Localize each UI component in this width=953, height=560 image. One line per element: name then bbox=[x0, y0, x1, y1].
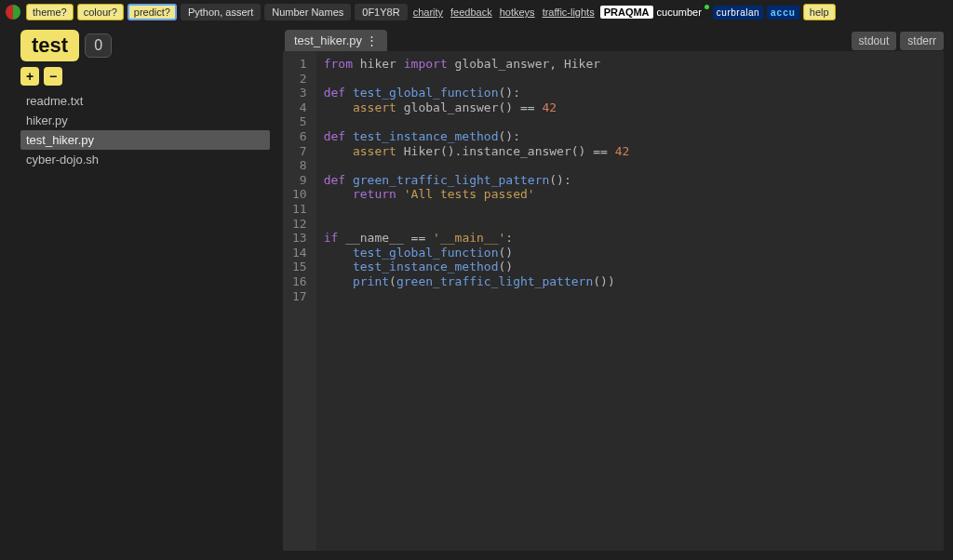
sidebar: test 0 + − readme.txthiker.pytest_hiker.… bbox=[0, 24, 279, 560]
main-area: test 0 + − readme.txthiker.pytest_hiker.… bbox=[0, 24, 953, 560]
exercise-pill[interactable]: Number Names bbox=[264, 4, 351, 20]
language-pill[interactable]: Python, assert bbox=[181, 4, 261, 20]
charity-link[interactable]: charity bbox=[411, 7, 445, 18]
help-button[interactable]: help bbox=[803, 4, 836, 20]
top-bar: theme? colour? predict? Python, assert N… bbox=[0, 0, 953, 24]
session-pill[interactable]: 0F1Y8R bbox=[355, 4, 407, 20]
accu-logo[interactable]: accu bbox=[767, 6, 799, 20]
test-button[interactable]: test bbox=[20, 30, 79, 61]
logo-icon[interactable] bbox=[6, 5, 20, 20]
file-item[interactable]: readme.txt bbox=[20, 91, 270, 111]
code-editor[interactable]: 1234567891011121314151617 from hiker imp… bbox=[283, 51, 944, 551]
traffic-lights-link[interactable]: traffic-lights bbox=[541, 7, 597, 18]
file-item[interactable]: test_hiker.py bbox=[20, 130, 270, 150]
editor-tab[interactable]: test_hiker.py ⋮ bbox=[285, 30, 387, 51]
file-list: readme.txthiker.pytest_hiker.pycyber-doj… bbox=[20, 91, 270, 169]
add-file-button[interactable]: + bbox=[20, 67, 39, 86]
theme-button[interactable]: theme? bbox=[26, 4, 74, 20]
predict-button[interactable]: predict? bbox=[128, 4, 177, 20]
test-counter: 0 bbox=[85, 33, 112, 58]
line-gutter: 1234567891011121314151617 bbox=[283, 51, 316, 551]
stderr-button[interactable]: stderr bbox=[900, 32, 944, 50]
file-item[interactable]: cyber-dojo.sh bbox=[20, 150, 270, 169]
praqma-logo[interactable]: PRAQMA bbox=[600, 6, 653, 19]
file-item[interactable]: hiker.py bbox=[20, 111, 270, 130]
editor-area: test_hiker.py ⋮ stdout stderr 1234567891… bbox=[279, 24, 953, 560]
feedback-link[interactable]: feedback bbox=[449, 7, 494, 18]
hotkeys-link[interactable]: hotkeys bbox=[498, 7, 537, 18]
curbralan-logo[interactable]: curbralan bbox=[713, 6, 763, 20]
stdout-button[interactable]: stdout bbox=[852, 32, 897, 50]
remove-file-button[interactable]: − bbox=[44, 67, 62, 86]
code-content[interactable]: from hiker import global_answer, Hiker d… bbox=[316, 51, 638, 551]
colour-button[interactable]: colour? bbox=[77, 4, 124, 20]
cucumber-logo[interactable]: cucumber bbox=[657, 7, 709, 18]
